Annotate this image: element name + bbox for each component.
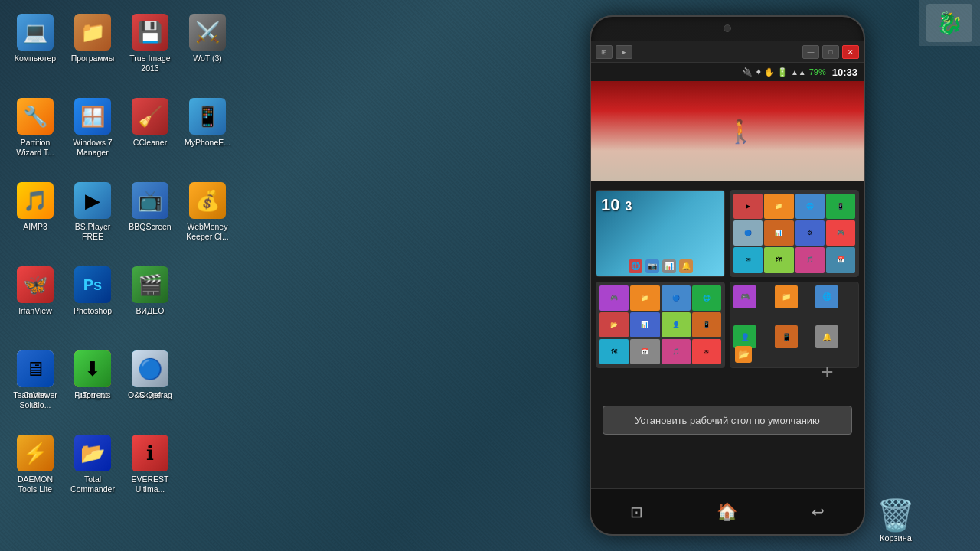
ws3-icon1: 🎮	[599, 285, 629, 311]
set-default-label: Установить рабочий стол по умолчанию	[635, 415, 820, 426]
partition-label: Partition Wizard T...	[11, 138, 60, 157]
desktop-icon-computer[interactable]: 💻 Компьютер	[8, 8, 63, 92]
ws3-icon11: 🎵	[662, 339, 691, 364]
bbqscreen-icon: 📺	[132, 182, 168, 219]
desktop-icon-teamviewer[interactable]: 🖥 TeamViewer 8	[8, 344, 63, 429]
webmoney-icon: 💰	[189, 182, 226, 219]
bsplayer-icon: ▶	[74, 182, 111, 219]
workspace-1-icons: 🌐 📷 📊 🔔	[596, 259, 724, 273]
window-close-btn[interactable]: ✕	[842, 45, 859, 59]
ws2-icon10: 🗺	[764, 247, 793, 272]
desktop-icon-programs[interactable]: 📁 Программы	[65, 8, 120, 92]
desktop-icon-utorrent[interactable]: ⬇ µTorrent	[65, 344, 120, 429]
desktop-icon-trueimage[interactable]: 💾 True Image 2013	[122, 8, 178, 92]
desktop-icon-partition[interactable]: 🔧 Partition Wizard T...	[8, 92, 63, 176]
window-minimize-btn[interactable]: —	[802, 45, 819, 59]
ws1-icon2: 📷	[645, 259, 659, 273]
phone-emulator-container: ⊞ ▸ — □ ✕ 🔌 ✦ ✋ 🔋 ▲▲ 79% 10:33	[475, 0, 980, 551]
status-icon-usb: 🔌	[742, 67, 753, 77]
everest-label: EVEREST Ultima...	[126, 474, 175, 494]
photoshop-icon: Ps	[74, 266, 111, 303]
ws2-icon3: 🌐	[795, 194, 825, 219]
wot-icon: ⚔️	[189, 14, 226, 51]
workspaces-grid[interactable]: 10 3 🌐 📷 📊 🔔 ▶ 📁 🌐	[591, 185, 864, 373]
ws3-icon9: 🗺	[599, 339, 629, 364]
workspace-clock: 10 3	[601, 195, 632, 215]
add-workspace-btn[interactable]: +	[806, 350, 848, 393]
phone-window-chrome: ⊞ ▸ — □ ✕	[591, 41, 864, 63]
status-time: 10:33	[832, 67, 858, 78]
computer-label: Компьютер	[15, 54, 56, 64]
programs-icon: 📁	[74, 14, 111, 51]
status-icons-left: 🔌 ✦ ✋ 🔋	[742, 67, 788, 77]
ws2-icon4: 📱	[826, 194, 855, 219]
ws2-icon11: 🎵	[795, 247, 825, 272]
workspace-cell-3[interactable]: 🎮 📁 🔵 🌐 📂 📊 👤 📱 🗺 📅 🎵 ✉	[596, 282, 725, 369]
desktop-icon-totalcmd[interactable]: 📂 Total Commander	[65, 429, 120, 513]
nav-back-btn[interactable]: ↩	[799, 497, 838, 527]
window-icon-btn[interactable]: ⊞	[596, 45, 612, 59]
desktop-icon-ccleaner[interactable]: 🧹 CCleaner	[122, 92, 178, 176]
nav-recent-btn[interactable]: ⊡	[617, 497, 655, 527]
nav-home-btn[interactable]: 🏠	[708, 497, 746, 527]
ws4-icon4: 👤	[733, 325, 756, 348]
phone-nav-bar: ⊡ 🏠 ↩	[591, 488, 864, 534]
desktop-icon-everest[interactable]: ℹ EVEREST Ultima...	[122, 429, 178, 513]
ws4-icon2: 📁	[775, 285, 798, 308]
desktop-icon-win7manager[interactable]: 🪟 Windows 7 Manager	[65, 92, 120, 176]
ws3-icon7: 👤	[662, 312, 691, 337]
desktop-icon-photoshop[interactable]: Ps Photoshop	[65, 260, 120, 344]
desktop-icon-webmoney[interactable]: 💰 WebMoney Keeper Cl...	[180, 176, 235, 260]
ws3-icon3: 🔵	[662, 285, 691, 311]
ws2-icon12: 📅	[826, 247, 855, 272]
ws3-icon5: 📂	[599, 312, 629, 337]
win7manager-icon: 🪟	[74, 98, 111, 135]
status-icon-bluetooth: ✦	[755, 67, 762, 77]
win7manager-label: Windows 7 Manager	[68, 138, 117, 157]
desktop-icon-bbqscreen[interactable]: 📺 BBQScreen	[122, 176, 178, 260]
video-label: ВИДЕО	[136, 306, 165, 316]
ccleaner-icon: 🧹	[132, 98, 168, 135]
desktop-icon-oo[interactable]: 🔵 O&O Defrag	[122, 344, 178, 429]
desktop-icon-myphone[interactable]: 📱 MyPhoneE...	[180, 92, 235, 176]
totalcmd-label: Total Commander	[68, 474, 117, 494]
window-maximize-btn[interactable]: □	[822, 45, 839, 59]
desktop-icon-daemon[interactable]: ⚡ DAEMON Tools Lite	[8, 429, 63, 513]
desktop-icon-video[interactable]: 🎬 ВИДЕО	[122, 260, 178, 344]
ws3-icon8: 📱	[692, 312, 721, 337]
ccleaner-label: CCleaner	[133, 138, 167, 148]
ws4-icon1: 🎮	[733, 285, 756, 308]
desktop-icon-wot[interactable]: ⚔️ WoT (3)	[180, 8, 235, 92]
clock-extra: 3	[626, 200, 632, 213]
ws1-icon1: 🌐	[629, 259, 642, 273]
desktop-icon-irfan[interactable]: 🦋 IrfanView	[8, 260, 63, 344]
ws3-icon2: 📁	[630, 285, 659, 311]
ws4-bottom-icon: 📂	[735, 346, 752, 363]
trueimage-icon: 💾	[132, 14, 168, 51]
desktop-icon-aimp[interactable]: 🎵 AIMP3	[8, 176, 63, 260]
irfan-icon: 🦋	[17, 266, 54, 303]
desktop-icon-bsplayer[interactable]: ▶ BS.Player FREE	[65, 176, 120, 260]
workspace-cell-1[interactable]: 10 3 🌐 📷 📊 🔔	[596, 190, 725, 277]
photoshop-label: Photoshop	[74, 306, 112, 316]
wot-label: WoT (3)	[193, 54, 222, 64]
workspace-cell-2[interactable]: ▶ 📁 🌐 📱 🔵 📊 ⚙ 🎮 ✉ 🗺 🎵 📅	[730, 190, 859, 277]
ws3-icon10: 📅	[630, 339, 659, 364]
phone-status-bar: 🔌 ✦ ✋ 🔋 ▲▲ 79% 10:33	[591, 63, 864, 81]
trueimage-label: True Image 2013	[126, 54, 175, 73]
nav-recent-icon: ⊡	[630, 503, 643, 521]
computer-icon: 💻	[17, 14, 54, 51]
aimp-label: AIMP3	[23, 222, 47, 232]
video-icon: 🎬	[132, 266, 168, 303]
teamviewer-label: TeamViewer 8	[11, 390, 60, 409]
status-signal: ▲▲	[791, 68, 806, 77]
ws2-icon2: 📁	[764, 194, 793, 219]
set-default-button[interactable]: Установить рабочий стол по умолчанию	[603, 406, 852, 435]
ws2-icon1: ▶	[733, 194, 763, 219]
ws3-icon12: ✉	[692, 339, 721, 364]
bsplayer-label: BS.Player FREE	[68, 222, 117, 241]
ws1-icon3: 📊	[662, 259, 676, 273]
window-menu-btn[interactable]: ▸	[616, 45, 632, 59]
oo-icon: 🔵	[132, 350, 168, 387]
irfan-label: IrfanView	[18, 306, 52, 316]
